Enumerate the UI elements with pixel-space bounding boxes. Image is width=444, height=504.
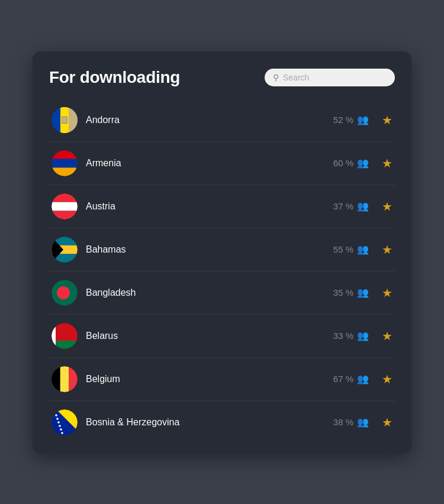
stat-group-belarus: 33 % 👥 (327, 330, 369, 341)
svg-rect-0 (52, 107, 60, 133)
flag-bahamas (52, 237, 78, 263)
people-icon-bosnia: 👥 (357, 416, 369, 428)
svg-rect-10 (52, 211, 78, 219)
search-box[interactable]: ⚲ (265, 69, 395, 86)
stat-group-belgium: 67 % 👥 (327, 373, 369, 385)
svg-rect-25 (60, 366, 69, 392)
people-icon-armenia: 👥 (357, 157, 369, 169)
flag-austria (52, 193, 78, 219)
percent-austria: 37 % (333, 201, 353, 211)
list-item: Armenia 60 % 👥 ★ (49, 142, 395, 185)
people-icon-bangladesh: 👥 (357, 287, 369, 298)
list-item: Andorra 52 % 👥 ★ (49, 99, 395, 142)
svg-rect-2 (69, 107, 78, 133)
people-icon-belarus: 👥 (357, 330, 369, 341)
svg-rect-9 (52, 202, 78, 211)
svg-point-18 (57, 286, 70, 299)
svg-rect-6 (52, 167, 78, 176)
country-name-belgium: Belgium (86, 374, 319, 385)
flag-bosnia (52, 409, 78, 435)
star-button-bahamas[interactable]: ★ (382, 243, 392, 257)
list-item: Belarus 33 % 👥 ★ (49, 315, 395, 358)
svg-rect-26 (69, 366, 78, 392)
percent-bahamas: 55 % (333, 244, 353, 254)
svg-point-34 (59, 425, 61, 427)
flag-belarus (52, 323, 78, 349)
percent-bangladesh: 35 % (333, 287, 353, 298)
stat-group-armenia: 60 % 👥 (327, 157, 369, 169)
star-button-andorra[interactable]: ★ (382, 113, 392, 127)
country-name-austria: Austria (86, 201, 319, 212)
percent-bosnia: 38 % (333, 417, 353, 427)
search-icon: ⚲ (273, 73, 279, 82)
flag-andorra (52, 107, 78, 133)
country-name-belarus: Belarus (86, 331, 319, 341)
card-header: For downloading ⚲ (49, 68, 395, 87)
svg-rect-4 (52, 150, 78, 159)
star-button-bosnia[interactable]: ★ (382, 415, 392, 429)
svg-rect-24 (52, 366, 60, 392)
country-name-bosnia: Bosnia & Herzegovina (86, 417, 319, 428)
svg-point-36 (61, 432, 63, 434)
people-icon-bahamas: 👥 (357, 244, 369, 255)
main-card: For downloading ⚲ Andorra 52 % 👥 ★ Armen… (33, 51, 411, 453)
list-item: Belgium 67 % 👥 ★ (49, 358, 395, 401)
stat-group-bangladesh: 35 % 👥 (327, 287, 369, 298)
people-icon-andorra: 👥 (357, 114, 369, 125)
star-button-bangladesh[interactable]: ★ (382, 286, 392, 300)
list-item: Bangladesh 35 % 👥 ★ (49, 272, 395, 315)
svg-point-35 (60, 428, 62, 431)
flag-bangladesh (52, 280, 78, 306)
stat-group-andorra: 52 % 👥 (327, 114, 369, 125)
star-button-belarus[interactable]: ★ (382, 329, 392, 343)
percent-belgium: 67 % (333, 374, 353, 384)
country-name-bahamas: Bahamas (86, 244, 319, 255)
country-list: Andorra 52 % 👥 ★ Armenia 60 % 👥 ★ Austri… (49, 99, 395, 444)
svg-point-30 (54, 411, 56, 413)
svg-point-33 (57, 421, 60, 424)
svg-rect-8 (52, 193, 78, 202)
star-button-austria[interactable]: ★ (382, 199, 392, 214)
percent-armenia: 60 % (333, 158, 353, 168)
svg-point-32 (56, 418, 59, 420)
list-item: Bosnia & Herzegovina 38 % 👥 ★ (49, 401, 395, 444)
country-name-andorra: Andorra (86, 115, 319, 125)
page-title: For downloading (49, 68, 180, 87)
stat-group-bahamas: 55 % 👥 (327, 244, 369, 255)
stat-group-bosnia: 38 % 👥 (327, 416, 369, 428)
svg-rect-1 (60, 107, 69, 133)
country-name-bangladesh: Bangladesh (86, 287, 319, 298)
svg-rect-5 (52, 159, 78, 167)
people-icon-austria: 👥 (357, 201, 369, 212)
country-name-armenia: Armenia (86, 158, 319, 169)
percent-andorra: 52 % (333, 115, 353, 125)
list-item: Austria 37 % 👥 ★ (49, 185, 395, 228)
stat-group-austria: 37 % 👥 (327, 201, 369, 212)
star-button-armenia[interactable]: ★ (382, 156, 392, 170)
list-item: Bahamas 55 % 👥 ★ (49, 228, 395, 272)
search-input[interactable] (283, 73, 387, 82)
flag-armenia (52, 150, 78, 176)
svg-rect-22 (52, 323, 56, 349)
people-icon-belgium: 👥 (357, 373, 369, 385)
flag-belgium (52, 366, 78, 392)
svg-point-31 (55, 414, 57, 416)
star-button-belgium[interactable]: ★ (382, 372, 392, 386)
percent-belarus: 33 % (333, 331, 353, 341)
